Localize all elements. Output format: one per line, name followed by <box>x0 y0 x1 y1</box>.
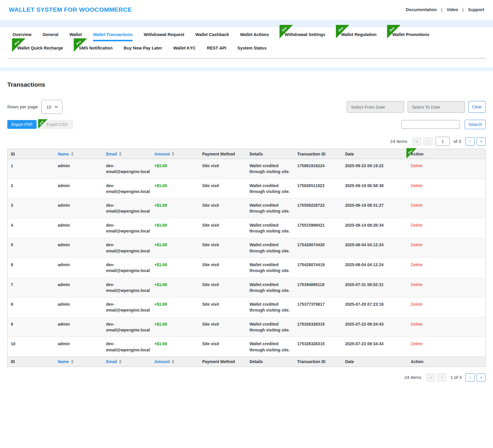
tab-wallet-transactions[interactable]: Wallet Transactions <box>93 32 133 37</box>
tab-wallet-kyc[interactable]: Wallet KYC <box>173 46 196 50</box>
column-header-email[interactable]: Email <box>105 357 154 367</box>
pagination-bottom: 24 items « ‹ 1 of 3 › » <box>7 373 486 382</box>
delete-link[interactable]: Delete <box>411 242 422 247</box>
cell-value: Wallet credited through visiting site. <box>250 341 294 353</box>
column-header-transaction-id: Transaction ID <box>297 149 344 159</box>
support-link[interactable]: Support <box>468 7 484 12</box>
sort-icon <box>172 152 174 156</box>
cell-name: admin <box>57 337 105 357</box>
search-input[interactable] <box>401 120 460 129</box>
cell-email: dev-email@wpengine.local <box>105 199 154 218</box>
column-header-email[interactable]: Email <box>105 149 154 159</box>
date-filters: Clear <box>347 101 486 113</box>
cell-value: 1 <box>11 163 54 169</box>
cell-value: Wallet credited through visiting site. <box>250 282 294 294</box>
cell-value: dev-email@wpengine.local <box>106 202 150 214</box>
links-separator: | <box>441 7 442 12</box>
first-page-button[interactable]: « <box>412 137 421 146</box>
tab-wallet-promotions[interactable]: ProWallet Promotions <box>392 32 430 37</box>
sort-icon <box>71 152 73 156</box>
tab-sms-notification[interactable]: ProSMS Notification <box>79 46 113 50</box>
delete-link[interactable]: Delete <box>411 223 422 228</box>
cell-email: dev-email@wpengine.local <box>105 317 154 337</box>
tab-wallet-actions[interactable]: Wallet Actions <box>240 32 269 37</box>
cell-value: dev-email@wpengine.local <box>106 222 150 234</box>
tab-rest-api[interactable]: REST API <box>207 46 226 50</box>
next-page-button[interactable]: › <box>465 373 475 382</box>
delete-link[interactable]: Delete <box>411 203 422 208</box>
cell-value: 2025-08-19 08:31:27 <box>345 202 403 208</box>
delete-link[interactable]: Delete <box>411 262 422 267</box>
rows-per-page: Rows per page 10 <box>7 100 62 114</box>
cell-id: 10 <box>8 337 57 357</box>
to-date-input[interactable] <box>408 101 465 113</box>
delete-link[interactable]: Delete <box>411 322 422 326</box>
export-csv-button[interactable]: proExport CSV <box>39 120 73 129</box>
tab-withdrawal-settings[interactable]: ProWithdrawal Settings <box>285 32 325 37</box>
delete-link[interactable]: Delete <box>411 183 422 188</box>
tab-overview[interactable]: Overview <box>13 32 32 37</box>
cell-value: admin <box>58 202 102 208</box>
column-header-name[interactable]: Name <box>57 149 105 159</box>
table-row: 8admindev-email@wpengine.local+$1.00Site… <box>8 297 486 317</box>
cell-value: admin <box>58 282 102 288</box>
cell-value: Wallet credited through visiting site. <box>250 262 294 274</box>
tab-wallet[interactable]: Wallet <box>70 32 82 37</box>
cell-value: +$1.00 <box>154 282 198 288</box>
cell-amount: +$1.00 <box>154 238 201 258</box>
cell-date: 2025-08-19 08:31:27 <box>344 199 406 218</box>
delete-link[interactable]: Delete <box>411 163 422 168</box>
cell-amount: +$1.00 <box>154 337 201 357</box>
from-date-input[interactable] <box>347 101 404 113</box>
cell-value: Site visit <box>202 183 246 189</box>
last-page-button[interactable]: » <box>477 373 486 382</box>
tab-label: Wallet KYC <box>173 46 196 50</box>
delete-link[interactable]: Delete <box>411 282 422 287</box>
table-row: 9admindev-email@wpengine.local+$1.00Site… <box>8 317 486 337</box>
column-header-content: Details <box>250 152 263 156</box>
column-header-content: ProAction <box>411 152 424 156</box>
video-link[interactable]: Video <box>446 7 458 12</box>
tab-system-status[interactable]: System Status <box>237 46 267 50</box>
last-page-button[interactable]: » <box>477 137 486 146</box>
delete-link[interactable]: Delete <box>411 341 422 346</box>
column-header-content: Payment Method <box>202 359 235 364</box>
column-header-amount[interactable]: Amount <box>154 149 201 159</box>
column-header-amount[interactable]: Amount <box>154 357 201 367</box>
cell-action: Delete <box>407 199 486 218</box>
tab-wallet-cashback[interactable]: Wallet Cashback <box>195 32 229 37</box>
previous-page-button[interactable]: ‹ <box>437 373 446 382</box>
tab-buy-now-pay-later[interactable]: Buy Now Pay Later <box>124 46 162 50</box>
cell-value: Site visit <box>202 222 246 228</box>
cell-transaction-id: 175861916224 <box>297 159 344 179</box>
chevron-down-icon <box>54 105 58 108</box>
cell-value: +$1.00 <box>154 262 198 268</box>
tab-withdrawal-request[interactable]: Withdrawal Request <box>144 32 184 37</box>
cell-value: +$1.00 <box>154 242 198 248</box>
cell-value: +$1.00 <box>154 321 198 327</box>
tab-general[interactable]: General <box>43 32 59 37</box>
export-pdf-button[interactable]: Export PDF <box>7 120 37 129</box>
documentation-link[interactable]: Documentation <box>406 7 437 12</box>
cell-value: Site visit <box>202 202 246 208</box>
rows-per-page-select[interactable]: 10 <box>41 100 62 114</box>
first-page-button[interactable]: « <box>426 373 435 382</box>
next-page-button[interactable]: › <box>465 137 475 146</box>
cell-name: admin <box>57 258 105 278</box>
cell-payment-method: Site visit <box>202 337 249 357</box>
column-header-name[interactable]: Name <box>57 357 105 367</box>
column-header-content: Name <box>58 152 73 156</box>
delete-link[interactable]: Delete <box>411 302 422 307</box>
column-label: Email <box>106 152 117 156</box>
clear-button[interactable]: Clear <box>468 101 486 113</box>
tab-wallet-regulation[interactable]: ProWallet Regulation <box>341 32 377 37</box>
tab-wallet-quick-recharge[interactable]: ProWallet Quick Recharge <box>17 46 63 50</box>
column-label: Payment Method <box>202 359 235 364</box>
previous-page-button[interactable]: ‹ <box>423 137 432 146</box>
column-label: ID <box>11 359 15 364</box>
cell-value: Site visit <box>202 242 246 248</box>
tab-label: SMS Notification <box>79 46 113 50</box>
search-button[interactable]: Search <box>465 120 486 129</box>
page-number-input[interactable] <box>436 137 450 146</box>
cell-amount: +$1.00 <box>154 278 201 297</box>
